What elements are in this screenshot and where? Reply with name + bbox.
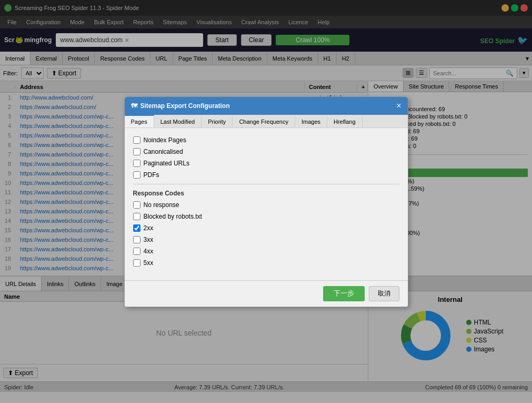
response-codes-label: Response Codes xyxy=(133,190,399,197)
2xx-checkbox[interactable] xyxy=(133,224,140,232)
noindex-label: Noindex Pages xyxy=(144,136,186,144)
checkbox-canonicalised[interactable]: Canonicalised xyxy=(133,148,399,155)
paginated-checkbox[interactable] xyxy=(133,160,140,167)
modal-tab-priority[interactable]: Priority xyxy=(202,115,233,127)
3xx-checkbox[interactable] xyxy=(133,236,140,243)
no-response-label: No response xyxy=(144,201,179,209)
no-response-checkbox[interactable] xyxy=(133,201,140,209)
4xx-label: 4xx xyxy=(144,248,154,255)
modal-footer: 下一步 取消 xyxy=(125,280,408,307)
checkbox-group-response: No response Blocked by robots.txt 2xx 3x… xyxy=(133,201,399,267)
sitemap-export-modal: 🗺 Sitemap Export Configuration × Pages L… xyxy=(124,96,408,307)
blocked-label: Blocked by robots.txt xyxy=(144,213,202,220)
modal-tab-images[interactable]: Images xyxy=(295,115,327,127)
4xx-checkbox[interactable] xyxy=(133,248,140,255)
checkbox-blocked[interactable]: Blocked by robots.txt xyxy=(133,213,399,220)
modal-overlay: 🗺 Sitemap Export Configuration × Pages L… xyxy=(0,0,532,403)
5xx-checkbox[interactable] xyxy=(133,259,140,267)
checkbox-paginated[interactable]: Paginated URLs xyxy=(133,160,399,167)
modal-tab-change-frequency[interactable]: Change Frequency xyxy=(233,115,295,127)
modal-tab-hreflang[interactable]: Hreflang xyxy=(327,115,363,127)
3xx-label: 3xx xyxy=(144,236,154,243)
modal-icon: 🗺 xyxy=(131,102,137,110)
modal-header: 🗺 Sitemap Export Configuration × xyxy=(125,97,408,115)
checkbox-3xx[interactable]: 3xx xyxy=(133,236,399,243)
checkbox-5xx[interactable]: 5xx xyxy=(133,259,399,267)
canonicalised-label: Canonicalised xyxy=(144,148,183,155)
modal-title: 🗺 Sitemap Export Configuration xyxy=(131,102,230,110)
checkbox-2xx[interactable]: 2xx xyxy=(133,224,399,232)
modal-tab-pages[interactable]: Pages xyxy=(125,115,154,127)
5xx-label: 5xx xyxy=(144,259,154,267)
modal-divider xyxy=(133,184,399,184)
canonicalised-checkbox[interactable] xyxy=(133,148,140,155)
pdfs-checkbox[interactable] xyxy=(133,171,140,179)
modal-tab-last-modified[interactable]: Last Modified xyxy=(154,115,202,127)
checkbox-no-response[interactable]: No response xyxy=(133,201,399,209)
checkbox-pdfs[interactable]: PDFs xyxy=(133,171,399,179)
checkbox-noindex[interactable]: Noindex Pages xyxy=(133,136,399,144)
modal-close-button[interactable]: × xyxy=(396,101,401,111)
blocked-checkbox[interactable] xyxy=(133,213,140,220)
modal-body: Noindex Pages Canonicalised Paginated UR… xyxy=(125,128,408,280)
pdfs-label: PDFs xyxy=(144,171,159,179)
2xx-label: 2xx xyxy=(144,224,154,232)
paginated-label: Paginated URLs xyxy=(144,160,189,167)
checkbox-4xx[interactable]: 4xx xyxy=(133,248,399,255)
cancel-button[interactable]: 取消 xyxy=(369,286,399,301)
noindex-checkbox[interactable] xyxy=(133,136,140,144)
next-button[interactable]: 下一步 xyxy=(323,286,365,301)
modal-tabs: Pages Last Modified Priority Change Freq… xyxy=(125,115,408,128)
checkbox-group-pages: Noindex Pages Canonicalised Paginated UR… xyxy=(133,136,399,179)
